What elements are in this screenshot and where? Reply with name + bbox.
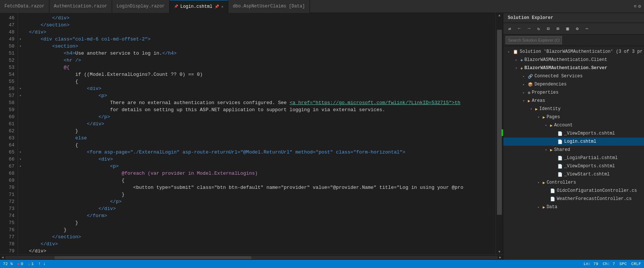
scroll-down-btn[interactable]: ▼ [496,249,503,255]
scroll-thumb [497,30,502,215]
tree-item--loginpartial-cshtml[interactable]: 📄_LoginPartial.cshtml [503,154,644,162]
fold-indicator-56[interactable]: ▾ [18,85,23,92]
tree-item-shared[interactable]: ▾▶Shared [503,146,644,154]
tree-arrow-icon[interactable]: ▾ [543,123,549,128]
line-number-61: 61 [4,120,14,127]
code-line-54: if ((Model.ExternalLogins?.Count ?? 0) =… [29,71,496,78]
spacing-mode[interactable]: SPC [620,262,627,266]
se-back-btn[interactable]: ← [515,25,523,33]
tab-logindisplay-razor[interactable]: LoginDisplay.razor [112,0,170,13]
code-token: } [29,226,66,233]
se-search-input[interactable] [506,36,562,44]
tree-arrow-icon[interactable]: ▸ [521,90,526,95]
tree-item--viewstart-cshtml[interactable]: 📄_ViewStart.cshtml [503,170,644,178]
tree-arrow-icon[interactable]: ▾ [521,98,526,103]
se-preview-btn[interactable]: ▦ [563,25,572,33]
cursor-col[interactable]: Ch: 7 [603,262,615,266]
code-content[interactable]: </div> </section></div> <div class="col-… [23,13,496,255]
fold-indicator-49[interactable]: ▾ [18,36,23,43]
se-collapse-btn[interactable]: ⊟ [544,25,552,33]
error-indicator[interactable]: ✖ 0 [17,262,23,267]
line-ending[interactable]: CRLF [631,262,641,266]
tree-item-dependencies[interactable]: ▸📦Dependencies [503,80,644,88]
tab-authentication-razor[interactable]: Authentication.razor [49,0,112,13]
tree-arrow-icon[interactable]: ▾ [536,114,541,120]
line-number-71: 71 [4,191,14,198]
line-number-55: 55 [4,78,14,85]
close-icon[interactable]: ✕ [221,4,223,9]
warning-indicator[interactable]: ⚠ 1 [28,262,34,267]
tree-item--viewimports-cshtml[interactable]: 📄_ViewImports.cshtml [503,129,644,138]
tree-node-icon: 📄 [550,197,555,201]
nav-up-btn[interactable]: ↑ [38,261,41,267]
nav-down-btn[interactable]: ↓ [43,261,46,267]
se-refresh-btn[interactable]: ↻ [535,25,543,33]
h-scroll-left-btn[interactable]: ◀ [0,255,5,260]
tree-item-blazorwasmauthentication-client[interactable]: ▸◈BlazorWASMAuthentication.Client [503,56,644,64]
code-line-76: } [29,226,496,233]
tree-arrow-icon[interactable]: ▸ [514,57,519,62]
tab-settings-icon[interactable]: ⚙ [638,3,641,9]
tree-arrow-icon[interactable]: ▸ [521,74,526,79]
tree-item-controllers[interactable]: ▾▶Controllers [503,178,644,187]
tree-arrow-icon[interactable]: ▸ [521,82,526,87]
tree-item-data[interactable]: ▸▶Data [503,203,644,211]
tab-dbo-aspnetuserclaims--data-[interactable]: dbo.AspNetUserClaims [Data] [228,0,310,13]
tree-item-oidcconfigurationcontroller-cs[interactable]: 📄OidcConfigurationController.cs [503,187,644,195]
line-number-59: 59 [4,106,14,113]
tree-item-weatherforecastcontroller-cs[interactable]: 📄WeatherForecastController.cs [503,195,644,203]
fold-indicator-60 [18,113,23,120]
tree-item-blazorwasmauthentication-server[interactable]: ▾◈BlazorWASMAuthentication.Server [503,64,644,72]
editor-area: 4647484950515253545556575859606162636465… [0,13,503,260]
tab-list-icon[interactable]: ≡ [634,4,637,9]
fold-indicator-54 [18,71,23,78]
tree-item-pages[interactable]: ▾▶Pages [503,113,644,121]
tree-item--viewimports-cshtml[interactable]: 📄_ViewImports.cshtml [503,162,644,170]
fold-indicator-68 [18,170,23,177]
se-settings-btn[interactable]: ⚙ [573,25,581,33]
code-token: </section> [29,233,81,240]
tree-arrow-icon[interactable]: ▾ [529,106,534,112]
tree-arrow-icon[interactable]: ▾ [543,147,549,152]
tree-item-label: _ViewImports.cshtml [564,131,615,136]
tree-item-areas[interactable]: ▾▶Areas [503,97,644,105]
tree-item-login-cshtml[interactable]: 📄Login.cshtml [503,138,644,146]
fold-indicator-50[interactable]: ▾ [18,43,23,50]
zoom-level[interactable]: 72 % [3,262,13,266]
tree-node-icon: 📄 [558,172,563,177]
line-number-63: 63 [4,135,14,142]
h-scroll-right-btn[interactable]: ▶ [498,255,503,260]
fold-indicator-65[interactable]: ▾ [18,149,23,156]
h-scroll-thumb [55,256,252,259]
tab-login-cshtml[interactable]: 📌Login.cshtml📌✕ [170,0,228,13]
fold-indicator-67[interactable]: ▾ [18,163,23,170]
tree-item-label: Shared [554,147,570,152]
tree-arrow-icon[interactable]: ▸ [506,49,511,54]
tree-item-account[interactable]: ▾▶Account [503,121,644,129]
tree-node-icon: 📄 [558,131,563,136]
tree-item-properties[interactable]: ▸⚙Properties [503,88,644,97]
scroll-up-btn[interactable]: ▲ [496,13,503,18]
tab-fetchdata-razor[interactable]: FetchData.razor [0,0,49,13]
fold-indicator-57[interactable]: ▾ [18,92,23,99]
tree-item-solution--blazorwasmauthentication---3-of-3-pr[interactable]: ▸📋Solution 'BlazorWASMAuthentication' (3… [503,48,644,56]
fold-indicator-66[interactable]: ▾ [18,156,23,163]
se-filter-btn[interactable]: ⊞ [554,25,562,33]
tree-node-icon: 📦 [528,82,533,87]
tree-arrow-icon[interactable]: ▾ [514,65,519,71]
se-sync-btn[interactable]: ⇄ [506,25,514,33]
h-scrollbar[interactable]: ◀ ▶ [0,255,503,260]
right-scrollbar[interactable]: ▲ ▼ [496,13,503,255]
tree-node-icon: ⚙ [528,90,530,95]
tree-arrow-icon[interactable]: ▸ [536,204,541,210]
se-more-btn[interactable]: ⋯ [583,25,591,33]
code-token: </p> [29,113,110,120]
cursor-line[interactable]: Ln: 79 [583,262,598,266]
tree-item-identity[interactable]: ▾▶Identity [503,105,644,113]
code-container[interactable]: 4647484950515253545556575859606162636465… [0,13,503,255]
tree-item-connected-services[interactable]: ▸🔗Connected Services [503,72,644,80]
tree-arrow-icon[interactable]: ▾ [536,180,541,185]
se-forward-btn[interactable]: → [525,25,533,33]
line-number-57: 57 [4,92,14,99]
code-line-70: <button type="submit" class="btn btn-def… [29,184,496,191]
